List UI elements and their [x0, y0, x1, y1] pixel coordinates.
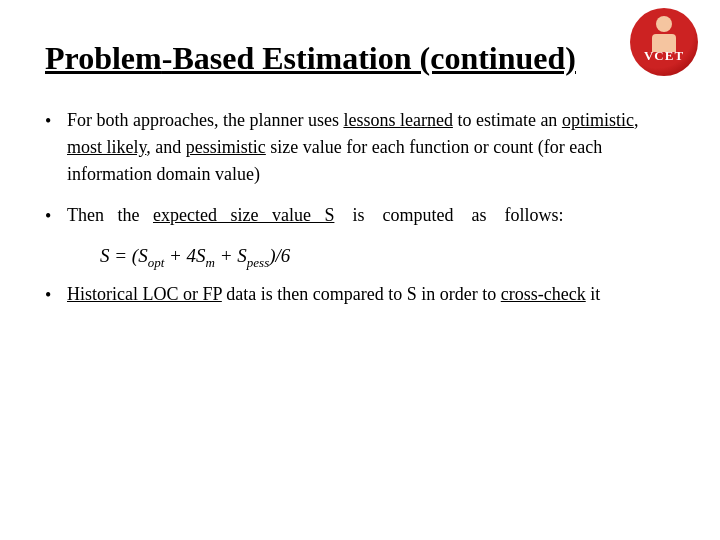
- bullet-dot-1: •: [45, 107, 67, 135]
- title-rest: -Based Estimation (continued): [162, 40, 576, 76]
- title-problem: Problem: [45, 40, 162, 76]
- bullet-text-1: For both approaches, the planner uses le…: [67, 107, 675, 188]
- person-head-icon: [656, 16, 672, 32]
- lessons-learned-text: lessons learned: [343, 110, 452, 130]
- bullet-2: • Then the expected size value S is comp…: [45, 202, 675, 230]
- expected-size-value-text: expected size value S: [153, 205, 334, 225]
- logo-text: VCET: [644, 48, 684, 64]
- bullet-text-2: Then the expected size value S is comput…: [67, 202, 675, 229]
- slide: VCET Problem-Based Estimation (continued…: [0, 0, 720, 540]
- bullet-3: • Historical LOC or FP data is then comp…: [45, 281, 675, 309]
- formula-text: S = (Sopt + 4Sm + Spess)/6: [100, 245, 290, 266]
- sub-opt: opt: [148, 255, 165, 270]
- bullet-1: • For both approaches, the planner uses …: [45, 107, 675, 188]
- optimistic-text: optimistic: [562, 110, 634, 130]
- page-title: Problem-Based Estimation (continued): [45, 40, 675, 77]
- sub-pess: pess: [247, 255, 269, 270]
- bullet-text-3: Historical LOC or FP data is then compar…: [67, 281, 675, 308]
- content-area: • For both approaches, the planner uses …: [45, 107, 675, 309]
- logo-circle: VCET: [630, 8, 698, 76]
- historical-loc-text: Historical LOC or FP: [67, 284, 222, 304]
- logo-person-icon: [652, 16, 676, 52]
- pessimistic-text: pessimistic: [186, 137, 266, 157]
- bullet-dot-3: •: [45, 281, 67, 309]
- most-likely-text: most likely: [67, 137, 146, 157]
- sub-m: m: [206, 255, 215, 270]
- bullet-dot-2: •: [45, 202, 67, 230]
- logo: VCET: [630, 8, 710, 78]
- formula-block: S = (Sopt + 4Sm + Spess)/6: [100, 244, 675, 271]
- cross-check-text: cross-check: [501, 284, 586, 304]
